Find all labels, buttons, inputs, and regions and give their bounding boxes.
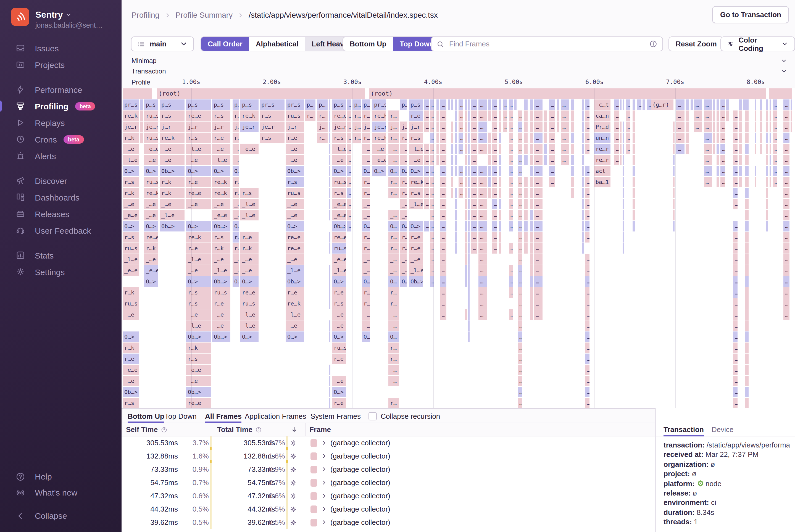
flame-cell[interactable]: [745, 265, 749, 276]
flame-cell[interactable]: r…e: [212, 298, 230, 309]
tab-bottom-up[interactable]: Bottom Up: [128, 409, 164, 423]
reset-zoom-button[interactable]: Reset Zoom: [668, 36, 724, 51]
flame-cell[interactable]: …: [478, 99, 487, 110]
flame-cell[interactable]: …: [534, 166, 543, 176]
flame-cell[interactable]: [524, 121, 528, 132]
flame-cell[interactable]: _…e: [332, 155, 346, 165]
flame-cell[interactable]: …: [503, 99, 507, 110]
flame-cell[interactable]: r…: [232, 177, 239, 187]
flame-cell[interactable]: _…: [389, 365, 399, 375]
flame-cell[interactable]: [488, 177, 491, 187]
flame-cell[interactable]: [623, 99, 624, 110]
flame-cell[interactable]: _…e: [286, 199, 304, 209]
flame-cell[interactable]: …: [585, 144, 589, 154]
flame-cell[interactable]: _l…e: [286, 265, 304, 276]
col-total-time[interactable]: Total Time: [217, 425, 262, 434]
flame-cell[interactable]: …: [458, 99, 463, 110]
sentry-logo-icon[interactable]: [11, 8, 29, 26]
flame-cell[interactable]: [468, 298, 470, 309]
flame-cell[interactable]: …: [733, 199, 738, 209]
flame-cell[interactable]: _…: [232, 210, 239, 221]
tab-transaction[interactable]: Transaction: [663, 423, 704, 436]
flame-cell[interactable]: _e…e: [122, 365, 139, 375]
flame-cell[interactable]: [465, 254, 467, 265]
flame-cell[interactable]: r…: [305, 111, 316, 121]
flame-cell[interactable]: [329, 365, 330, 375]
flame-cell[interactable]: r…k: [240, 243, 259, 253]
flame-cell[interactable]: [745, 387, 749, 397]
sidebar-item-issues[interactable]: Issues: [0, 40, 121, 56]
flame-cell[interactable]: …: [626, 121, 630, 132]
flame-cell[interactable]: _…e: [240, 254, 259, 265]
flame-cell[interactable]: …: [585, 343, 589, 353]
flame-cell[interactable]: [524, 243, 528, 253]
flame-cell[interactable]: [745, 331, 749, 342]
flame-cell[interactable]: [582, 121, 584, 132]
flame-cell[interactable]: re…e: [332, 111, 346, 121]
flame-cell[interactable]: [488, 155, 491, 165]
flame-cell[interactable]: [436, 99, 439, 110]
flame-cell[interactable]: [468, 121, 470, 132]
flame-cell[interactable]: [329, 387, 330, 397]
flame-cell[interactable]: r…k: [160, 188, 185, 198]
flame-cell[interactable]: [530, 166, 533, 176]
flame-cell[interactable]: [499, 177, 501, 187]
flame-cell[interactable]: [791, 111, 792, 121]
flame-cell[interactable]: [451, 188, 453, 198]
flame-cell[interactable]: ru…s: [144, 133, 158, 143]
flame-cell[interactable]: _…: [400, 199, 406, 209]
flame-cell[interactable]: [465, 111, 467, 121]
flame-cell[interactable]: [329, 144, 330, 154]
flame-cell[interactable]: [673, 177, 675, 187]
flame-cell[interactable]: …: [534, 265, 543, 276]
flame-cell[interactable]: …: [509, 133, 513, 143]
flame-cell[interactable]: _l…e: [240, 320, 259, 331]
flame-cell[interactable]: [530, 287, 533, 298]
flame-cell[interactable]: …: [534, 199, 543, 209]
flame-cell[interactable]: [623, 210, 624, 221]
flame-cell[interactable]: r…k: [122, 343, 139, 353]
flame-cell[interactable]: …: [733, 398, 738, 408]
flame-cell[interactable]: re…k: [122, 111, 139, 121]
flame-cell[interactable]: [499, 166, 501, 176]
flame-cell[interactable]: [499, 188, 501, 198]
flame-cell[interactable]: O…>: [332, 331, 346, 342]
flame-cell[interactable]: …: [347, 199, 352, 209]
flame-cell[interactable]: r…e: [332, 354, 346, 364]
flame-cell[interactable]: …: [733, 298, 738, 309]
flame-cell[interactable]: …: [704, 155, 712, 165]
tab-system-frames[interactable]: System Frames: [310, 409, 361, 423]
flame-cell[interactable]: _e…e: [144, 265, 158, 276]
flame-cell[interactable]: …: [509, 210, 513, 221]
flame-cell[interactable]: [632, 144, 635, 154]
flame-cell[interactable]: r…: [317, 111, 328, 121]
flame-cell[interactable]: [468, 166, 470, 176]
flame-cell[interactable]: …: [440, 309, 447, 320]
flame-cell[interactable]: [571, 188, 574, 198]
flame-cell[interactable]: [766, 99, 768, 110]
flame-cell[interactable]: …: [585, 331, 589, 342]
flame-cell[interactable]: …: [561, 121, 569, 132]
flame-cell[interactable]: [745, 309, 749, 320]
flame-cell[interactable]: r…: [389, 232, 399, 243]
flame-cell[interactable]: [499, 221, 501, 231]
flame-cell[interactable]: pr…s: [286, 99, 304, 110]
flame-cell[interactable]: r…: [232, 111, 239, 121]
flame-cell[interactable]: …: [440, 210, 447, 221]
flame-cell[interactable]: …: [424, 166, 429, 176]
flame-cell[interactable]: r…: [362, 177, 370, 187]
flame-cell[interactable]: [770, 144, 771, 154]
flame-cell[interactable]: [739, 177, 742, 187]
flame-cell[interactable]: [140, 133, 143, 143]
flame-cell[interactable]: …: [518, 265, 522, 276]
flame-cell[interactable]: …: [424, 99, 429, 110]
flame-cell[interactable]: …: [347, 188, 352, 198]
flame-cell[interactable]: …: [478, 232, 487, 243]
flame-cell[interactable]: [745, 376, 749, 386]
flame-cell[interactable]: _e…e: [332, 254, 346, 265]
flame-cell[interactable]: …: [783, 155, 790, 165]
flame-cell[interactable]: [557, 121, 559, 132]
flame-cell[interactable]: _c…t: [594, 99, 610, 110]
flame-cell[interactable]: _…e: [332, 309, 346, 320]
flame-cell[interactable]: O…>: [186, 166, 211, 176]
